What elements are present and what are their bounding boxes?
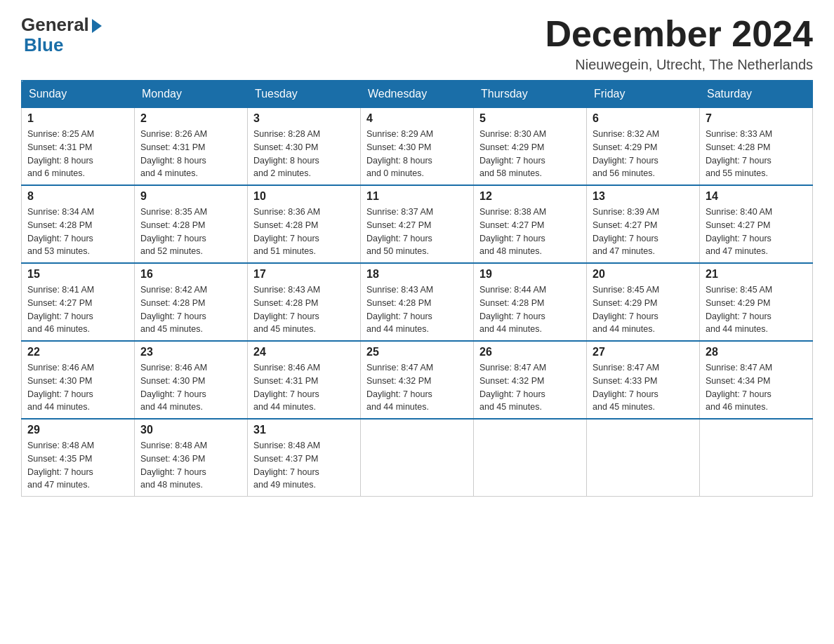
day-info: Sunrise: 8:29 AM Sunset: 4:30 PM Dayligh… bbox=[366, 128, 468, 180]
month-year-title: December 2024 bbox=[545, 14, 813, 54]
calendar-cell: 17 Sunrise: 8:43 AM Sunset: 4:28 PM Dayl… bbox=[248, 263, 361, 341]
week-row-2: 8 Sunrise: 8:34 AM Sunset: 4:28 PM Dayli… bbox=[22, 185, 813, 263]
day-info: Sunrise: 8:43 AM Sunset: 4:28 PM Dayligh… bbox=[253, 283, 355, 336]
day-info: Sunrise: 8:46 AM Sunset: 4:30 PM Dayligh… bbox=[140, 361, 241, 414]
page-header: General Blue December 2024 Nieuwegein, U… bbox=[21, 14, 813, 73]
calendar-cell: 15 Sunrise: 8:41 AM Sunset: 4:27 PM Dayl… bbox=[22, 263, 135, 341]
day-number: 10 bbox=[253, 190, 355, 203]
calendar-cell: 6 Sunrise: 8:32 AM Sunset: 4:29 PM Dayli… bbox=[587, 108, 700, 186]
day-info: Sunrise: 8:47 AM Sunset: 4:32 PM Dayligh… bbox=[479, 361, 581, 414]
calendar-cell: 12 Sunrise: 8:38 AM Sunset: 4:27 PM Dayl… bbox=[474, 185, 587, 263]
day-number: 14 bbox=[706, 190, 807, 203]
calendar-cell: 27 Sunrise: 8:47 AM Sunset: 4:33 PM Dayl… bbox=[587, 341, 700, 419]
week-row-3: 15 Sunrise: 8:41 AM Sunset: 4:27 PM Dayl… bbox=[22, 263, 813, 341]
day-number: 3 bbox=[253, 112, 355, 125]
day-info: Sunrise: 8:38 AM Sunset: 4:27 PM Dayligh… bbox=[479, 206, 581, 258]
day-info: Sunrise: 8:48 AM Sunset: 4:35 PM Dayligh… bbox=[27, 439, 128, 492]
logo-arrow-icon bbox=[92, 19, 102, 33]
header-wednesday: Wednesday bbox=[361, 81, 474, 108]
day-info: Sunrise: 8:48 AM Sunset: 4:36 PM Dayligh… bbox=[140, 439, 241, 492]
calendar-cell: 13 Sunrise: 8:39 AM Sunset: 4:27 PM Dayl… bbox=[587, 185, 700, 263]
header-tuesday: Tuesday bbox=[248, 81, 361, 108]
day-number: 7 bbox=[706, 112, 807, 125]
weekday-header-row: Sunday Monday Tuesday Wednesday Thursday… bbox=[22, 81, 813, 108]
location-subtitle: Nieuwegein, Utrecht, The Netherlands bbox=[545, 57, 813, 73]
day-number: 9 bbox=[140, 190, 241, 203]
calendar-cell bbox=[474, 419, 587, 497]
calendar-cell: 26 Sunrise: 8:47 AM Sunset: 4:32 PM Dayl… bbox=[474, 341, 587, 419]
day-info: Sunrise: 8:45 AM Sunset: 4:29 PM Dayligh… bbox=[706, 283, 807, 336]
calendar-cell: 22 Sunrise: 8:46 AM Sunset: 4:30 PM Dayl… bbox=[22, 341, 135, 419]
calendar-cell bbox=[700, 419, 813, 497]
day-info: Sunrise: 8:45 AM Sunset: 4:29 PM Dayligh… bbox=[593, 283, 694, 336]
day-info: Sunrise: 8:36 AM Sunset: 4:28 PM Dayligh… bbox=[253, 206, 355, 258]
logo-general-text: General bbox=[21, 14, 89, 36]
day-number: 22 bbox=[27, 346, 128, 358]
day-number: 24 bbox=[253, 346, 355, 358]
calendar-cell: 9 Sunrise: 8:35 AM Sunset: 4:28 PM Dayli… bbox=[135, 185, 248, 263]
calendar-cell: 20 Sunrise: 8:45 AM Sunset: 4:29 PM Dayl… bbox=[587, 263, 700, 341]
calendar-cell: 2 Sunrise: 8:26 AM Sunset: 4:31 PM Dayli… bbox=[135, 108, 248, 186]
day-info: Sunrise: 8:46 AM Sunset: 4:31 PM Dayligh… bbox=[253, 361, 355, 414]
header-saturday: Saturday bbox=[700, 81, 813, 108]
day-number: 2 bbox=[140, 112, 241, 125]
calendar-cell: 11 Sunrise: 8:37 AM Sunset: 4:27 PM Dayl… bbox=[361, 185, 474, 263]
calendar-cell: 5 Sunrise: 8:30 AM Sunset: 4:29 PM Dayli… bbox=[474, 108, 587, 186]
day-number: 13 bbox=[593, 190, 694, 203]
day-number: 8 bbox=[27, 190, 128, 203]
day-info: Sunrise: 8:32 AM Sunset: 4:29 PM Dayligh… bbox=[593, 128, 694, 180]
day-number: 27 bbox=[593, 346, 694, 358]
calendar-cell: 30 Sunrise: 8:48 AM Sunset: 4:36 PM Dayl… bbox=[135, 419, 248, 497]
calendar-cell: 19 Sunrise: 8:44 AM Sunset: 4:28 PM Dayl… bbox=[474, 263, 587, 341]
day-info: Sunrise: 8:37 AM Sunset: 4:27 PM Dayligh… bbox=[366, 206, 468, 258]
day-info: Sunrise: 8:30 AM Sunset: 4:29 PM Dayligh… bbox=[479, 128, 581, 180]
day-number: 18 bbox=[366, 268, 468, 281]
day-number: 15 bbox=[27, 268, 128, 281]
calendar-cell: 23 Sunrise: 8:46 AM Sunset: 4:30 PM Dayl… bbox=[135, 341, 248, 419]
week-row-5: 29 Sunrise: 8:48 AM Sunset: 4:35 PM Dayl… bbox=[22, 419, 813, 497]
header-friday: Friday bbox=[587, 81, 700, 108]
day-info: Sunrise: 8:34 AM Sunset: 4:28 PM Dayligh… bbox=[27, 206, 128, 258]
calendar-cell: 25 Sunrise: 8:47 AM Sunset: 4:32 PM Dayl… bbox=[361, 341, 474, 419]
calendar-cell: 28 Sunrise: 8:47 AM Sunset: 4:34 PM Dayl… bbox=[700, 341, 813, 419]
day-info: Sunrise: 8:43 AM Sunset: 4:28 PM Dayligh… bbox=[366, 283, 468, 336]
calendar-cell: 21 Sunrise: 8:45 AM Sunset: 4:29 PM Dayl… bbox=[700, 263, 813, 341]
day-number: 5 bbox=[479, 112, 581, 125]
day-info: Sunrise: 8:33 AM Sunset: 4:28 PM Dayligh… bbox=[706, 128, 807, 180]
calendar-cell bbox=[587, 419, 700, 497]
day-info: Sunrise: 8:35 AM Sunset: 4:28 PM Dayligh… bbox=[140, 206, 241, 258]
header-thursday: Thursday bbox=[474, 81, 587, 108]
calendar-cell: 29 Sunrise: 8:48 AM Sunset: 4:35 PM Dayl… bbox=[22, 419, 135, 497]
day-number: 25 bbox=[366, 346, 468, 358]
logo: General Blue bbox=[21, 14, 102, 54]
day-info: Sunrise: 8:44 AM Sunset: 4:28 PM Dayligh… bbox=[479, 283, 581, 336]
day-info: Sunrise: 8:28 AM Sunset: 4:30 PM Dayligh… bbox=[253, 128, 355, 180]
calendar-cell: 4 Sunrise: 8:29 AM Sunset: 4:30 PM Dayli… bbox=[361, 108, 474, 186]
day-number: 23 bbox=[140, 346, 241, 358]
day-number: 4 bbox=[366, 112, 468, 125]
day-number: 17 bbox=[253, 268, 355, 281]
day-number: 29 bbox=[27, 424, 128, 436]
day-info: Sunrise: 8:25 AM Sunset: 4:31 PM Dayligh… bbox=[27, 128, 128, 180]
day-number: 30 bbox=[140, 424, 241, 436]
calendar-cell: 8 Sunrise: 8:34 AM Sunset: 4:28 PM Dayli… bbox=[22, 185, 135, 263]
day-info: Sunrise: 8:39 AM Sunset: 4:27 PM Dayligh… bbox=[593, 206, 694, 258]
day-info: Sunrise: 8:47 AM Sunset: 4:33 PM Dayligh… bbox=[593, 361, 694, 414]
calendar-cell: 16 Sunrise: 8:42 AM Sunset: 4:28 PM Dayl… bbox=[135, 263, 248, 341]
day-number: 20 bbox=[593, 268, 694, 281]
calendar-cell: 3 Sunrise: 8:28 AM Sunset: 4:30 PM Dayli… bbox=[248, 108, 361, 186]
day-number: 6 bbox=[593, 112, 694, 125]
day-number: 19 bbox=[479, 268, 581, 281]
day-info: Sunrise: 8:41 AM Sunset: 4:27 PM Dayligh… bbox=[27, 283, 128, 336]
header-sunday: Sunday bbox=[22, 81, 135, 108]
calendar-cell: 1 Sunrise: 8:25 AM Sunset: 4:31 PM Dayli… bbox=[22, 108, 135, 186]
calendar-cell: 7 Sunrise: 8:33 AM Sunset: 4:28 PM Dayli… bbox=[700, 108, 813, 186]
day-info: Sunrise: 8:46 AM Sunset: 4:30 PM Dayligh… bbox=[27, 361, 128, 414]
day-info: Sunrise: 8:47 AM Sunset: 4:34 PM Dayligh… bbox=[706, 361, 807, 414]
calendar-cell: 18 Sunrise: 8:43 AM Sunset: 4:28 PM Dayl… bbox=[361, 263, 474, 341]
calendar-table: Sunday Monday Tuesday Wednesday Thursday… bbox=[21, 80, 813, 497]
day-number: 1 bbox=[27, 112, 128, 125]
week-row-1: 1 Sunrise: 8:25 AM Sunset: 4:31 PM Dayli… bbox=[22, 108, 813, 186]
day-number: 16 bbox=[140, 268, 241, 281]
day-info: Sunrise: 8:47 AM Sunset: 4:32 PM Dayligh… bbox=[366, 361, 468, 414]
